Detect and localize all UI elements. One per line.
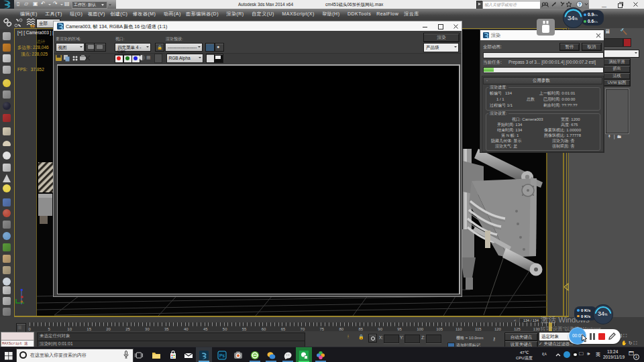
svg-text:?: ? (578, 2, 581, 7)
svg-text:Ps: Ps (219, 353, 225, 358)
svg-text:69: 69 (30, 24, 35, 28)
